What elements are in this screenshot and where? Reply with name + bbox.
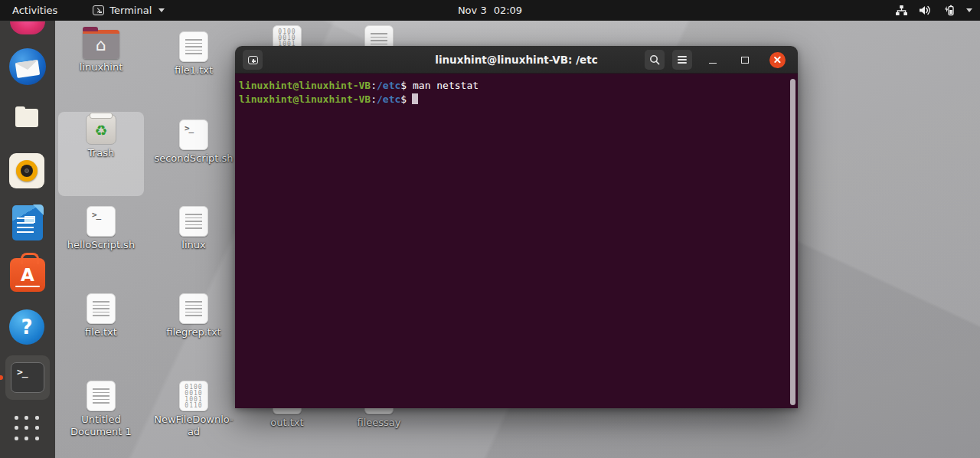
desktop-icon-trash[interactable]: ♻ Trash bbox=[58, 112, 144, 196]
desktop-icon-secondscript[interactable]: >_ secondScript.sh bbox=[151, 117, 237, 165]
terminal-content[interactable]: linuxhint@linuxhint-VB:/etc$ man netstat… bbox=[235, 74, 798, 408]
desktop-icon-label: out.txt bbox=[270, 417, 303, 429]
close-button[interactable] bbox=[767, 50, 787, 70]
script-file-icon: >_ bbox=[87, 206, 116, 237]
desktop-icon-label: linuxhint bbox=[80, 61, 123, 74]
desktop-icon-label: fileessay bbox=[357, 417, 400, 429]
trash-icon: ♻ bbox=[86, 114, 116, 145]
search-button[interactable] bbox=[645, 50, 665, 70]
ubuntu-software-icon: A bbox=[10, 258, 45, 292]
desktop-icon-file1[interactable]: file1.txt bbox=[151, 29, 237, 77]
dock-item-rhythmbox[interactable] bbox=[0, 152, 55, 189]
firefox-icon bbox=[10, 21, 45, 34]
desktop-icon-label: NewFileDownlo- ad bbox=[154, 414, 233, 438]
dock-item-thunderbird[interactable] bbox=[0, 48, 55, 85]
dock-item-ubuntu-software[interactable]: A bbox=[0, 257, 55, 293]
command-text: man netstat bbox=[407, 80, 479, 91]
terminal-cursor bbox=[412, 93, 418, 104]
focused-app-label: Terminal bbox=[109, 5, 152, 16]
activities-button[interactable]: Activities bbox=[0, 0, 70, 21]
terminal-titlebar[interactable]: linuxhint@linuxhint-VB: /etc bbox=[235, 46, 798, 74]
menu-button[interactable] bbox=[672, 50, 692, 70]
chevron-down-icon bbox=[158, 8, 165, 12]
volume-icon bbox=[918, 5, 931, 16]
thunderbird-icon bbox=[9, 48, 46, 85]
top-bar: Activities Terminal Nov 3 02:09 bbox=[0, 0, 980, 21]
script-file-icon: >_ bbox=[179, 119, 208, 150]
libreoffice-writer-icon bbox=[12, 205, 43, 240]
desktop-icon-newfiledownload[interactable]: 0100 0010 1001 0110 NewFileDownlo- ad bbox=[151, 378, 237, 438]
binary-file-icon: 0100 0010 1001 0110 bbox=[179, 381, 208, 411]
system-tray[interactable] bbox=[895, 5, 972, 16]
desktop-icon-label: linux bbox=[181, 239, 205, 251]
dock-item-libreoffice-writer[interactable] bbox=[0, 204, 55, 241]
text-file-icon bbox=[179, 31, 208, 62]
desktop-icon-label: filegrep.txt bbox=[166, 326, 220, 339]
minimize-icon bbox=[709, 63, 717, 64]
desktop-icon-label: secondScript.sh bbox=[154, 152, 233, 165]
terminal-scrollbar[interactable] bbox=[790, 79, 795, 405]
dock-item-terminal[interactable]: >_ bbox=[0, 355, 55, 400]
dock: A ? >_ bbox=[0, 21, 55, 458]
maximize-icon bbox=[741, 57, 749, 64]
desktop-icon-helloscript[interactable]: >_ helloScript.sh bbox=[58, 204, 144, 251]
focused-app-menu[interactable]: Terminal bbox=[93, 5, 165, 16]
minimize-button[interactable] bbox=[703, 50, 723, 70]
desktop-icon-label: helloScript.sh bbox=[67, 239, 135, 251]
new-tab-icon bbox=[248, 56, 258, 64]
app-grid-icon bbox=[15, 416, 41, 442]
clock-date: Nov 3 bbox=[458, 5, 487, 16]
terminal-active-highlight: >_ bbox=[5, 355, 50, 400]
terminal-line: linuxhint@linuxhint-VB:/etc$ bbox=[239, 93, 787, 106]
clock-time: 02:09 bbox=[494, 5, 522, 16]
network-wired-icon bbox=[895, 5, 908, 16]
hamburger-menu-icon bbox=[678, 56, 687, 64]
desktop-icon-label: file.txt bbox=[85, 326, 117, 339]
chevron-down-icon bbox=[966, 8, 972, 12]
desktop-icon-filetxt[interactable]: file.txt bbox=[58, 291, 144, 339]
desktop-icon-linux[interactable]: linux bbox=[151, 204, 237, 251]
terminal-icon: >_ bbox=[11, 362, 44, 393]
desktop-icon-linuxhint[interactable]: ⌂ linuxhint bbox=[58, 28, 144, 74]
running-indicator-dot bbox=[0, 375, 3, 380]
window-title: linuxhint@linuxhint-VB: /etc bbox=[435, 54, 597, 66]
terminal-window: linuxhint@linuxhint-VB: /etc linuxhint@l… bbox=[235, 46, 798, 408]
dock-item-files[interactable] bbox=[0, 100, 55, 137]
desktop-icon-label: file1.txt bbox=[175, 64, 213, 77]
text-file-icon bbox=[179, 293, 208, 324]
desktop-icon-label: Untitled Document 1 bbox=[70, 414, 132, 438]
desktop-icon-filegrep[interactable]: filegrep.txt bbox=[151, 291, 237, 339]
maximize-button[interactable] bbox=[735, 50, 755, 70]
search-icon bbox=[649, 54, 660, 65]
new-tab-button[interactable] bbox=[243, 50, 263, 70]
rhythmbox-icon bbox=[9, 153, 44, 188]
text-file-icon bbox=[87, 381, 116, 411]
battery-charging-icon bbox=[941, 5, 955, 16]
clock[interactable]: Nov 3 02:09 bbox=[458, 5, 522, 16]
dock-item-show-applications[interactable] bbox=[0, 416, 55, 442]
terminal-app-icon bbox=[93, 5, 104, 15]
close-icon bbox=[769, 52, 786, 68]
terminal-line: linuxhint@linuxhint-VB:/etc$ man netstat bbox=[239, 79, 787, 93]
dock-item-help[interactable]: ? bbox=[0, 309, 55, 345]
home-folder-icon: ⌂ bbox=[83, 30, 119, 59]
help-icon: ? bbox=[9, 309, 44, 345]
text-file-icon bbox=[87, 293, 116, 324]
desktop-icon-label: Trash bbox=[88, 147, 114, 159]
desktop-icon-untitled-document[interactable]: Untitled Document 1 bbox=[58, 378, 144, 438]
text-file-icon bbox=[179, 206, 208, 237]
